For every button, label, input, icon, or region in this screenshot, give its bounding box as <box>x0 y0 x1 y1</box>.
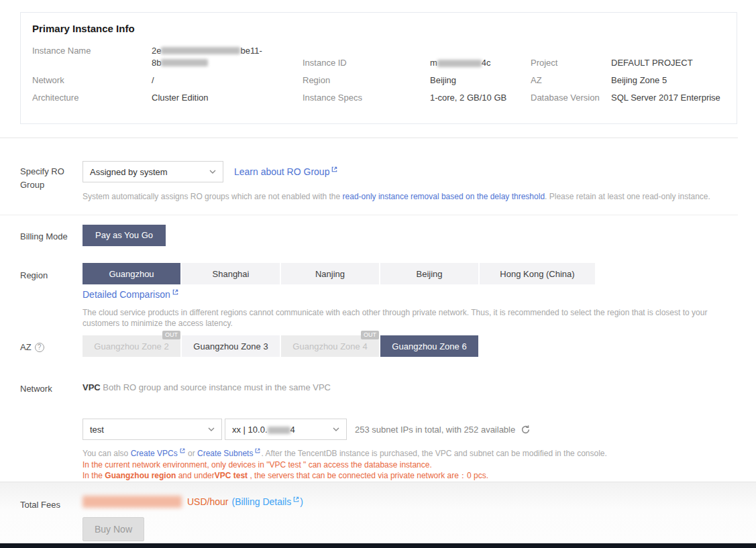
region-label: Region <box>303 72 430 89</box>
az-label: AZ <box>531 72 611 89</box>
ro-instance-purchase-page: Primary Instance Info Instance Name 2ebe… <box>0 0 756 548</box>
redacted-text <box>268 427 290 434</box>
create-vpcs-link[interactable]: Create VPCs <box>131 449 186 458</box>
region-value: Beijing <box>430 72 531 89</box>
refresh-icon[interactable] <box>521 425 531 435</box>
region-tab-hongkong[interactable]: Hong Kong (China) <box>480 263 595 284</box>
az-tab-zone4: Guangzhou Zone 4 OUT <box>281 335 379 357</box>
ro-group-help-text: System automatically assigns RO groups w… <box>83 191 750 202</box>
pay-as-you-go-button[interactable]: Pay as You Go <box>83 225 166 246</box>
instance-id-value: m4c <box>430 54 531 72</box>
vpc-hint: VPC Both RO group and source instance mu… <box>83 382 331 392</box>
billing-mode-label: Billing Mode <box>20 230 68 243</box>
redacted-text <box>161 47 240 54</box>
az-tabs: Guangzhou Zone 2 OUT Guangzhou Zone 3 Gu… <box>83 335 480 357</box>
external-link-icon <box>179 447 186 454</box>
database-version-value: SQL Server 2017 Enterprise <box>611 89 737 107</box>
network-warning-1: In the current network environment, only… <box>83 459 432 470</box>
network-value: / <box>152 72 303 89</box>
region-tab-shanghai[interactable]: Shanghai <box>182 263 280 284</box>
create-subnets-link[interactable]: Create Subnets <box>197 449 261 458</box>
instance-name-value: 2ebe11- 8b <box>152 42 303 72</box>
az-value: Beijing Zone 5 <box>611 72 737 89</box>
chevron-down-icon <box>209 170 216 174</box>
instance-info-grid: Instance Name 2ebe11- 8b Instance ID m4c… <box>32 42 737 107</box>
external-link-icon <box>292 496 300 503</box>
help-question-icon[interactable]: ? <box>35 343 44 352</box>
instance-specs-value: 1-core, 2 GB/10 GB <box>430 89 531 107</box>
section-divider <box>0 138 738 138</box>
primary-instance-info-panel: Primary Instance Info Instance Name 2ebe… <box>20 12 737 124</box>
az-tab-zone6[interactable]: Guangzhou Zone 6 <box>380 335 478 357</box>
learn-about-ro-group-link[interactable]: Learn about RO Group <box>234 166 338 177</box>
region-tab-nanjing[interactable]: Nanjing <box>281 263 379 284</box>
region-tabs: Guangzhou Shanghai Nanjing Beijing Hong … <box>83 263 596 284</box>
database-version-label: Database Version <box>531 89 611 107</box>
network-warning-2: In the Guangzhou region and underVPC tes… <box>83 470 488 481</box>
network-select-row: test xx | 10.0.4 253 subnet IPs in total… <box>83 419 531 440</box>
region-tab-guangzhou[interactable]: Guangzhou <box>83 263 180 284</box>
project-label: Project <box>531 54 611 72</box>
network-section-label: Network <box>20 382 52 396</box>
redacted-text <box>161 59 208 66</box>
redacted-text <box>437 60 482 67</box>
redacted-price <box>83 496 182 508</box>
specify-ro-group-label: Specify RO Group <box>20 165 82 192</box>
billing-details-wrap: (Billing Details) <box>231 496 303 507</box>
az-tab-zone2: Guangzhou Zone 2 OUT <box>83 335 180 357</box>
external-link-icon <box>172 288 179 296</box>
architecture-value: Cluster Edition <box>152 89 303 107</box>
network-note: You can also Create VPCs or Create Subne… <box>83 448 607 459</box>
buy-now-button[interactable]: Buy Now <box>83 517 144 541</box>
region-description: The cloud service products in different … <box>83 307 747 329</box>
out-of-stock-badge: OUT <box>361 331 379 339</box>
detailed-comparison-link[interactable]: Detailed Comparison <box>83 289 179 300</box>
purchase-footer: Total Fees USD/hour (Billing Details) Bu… <box>0 482 756 543</box>
vpc-select[interactable]: test <box>83 419 222 440</box>
ro-group-select[interactable]: Assigned by system <box>83 161 223 182</box>
billing-details-link[interactable]: Billing Details <box>235 496 300 507</box>
instance-id-label: Instance ID <box>303 54 430 72</box>
section-divider <box>0 215 738 215</box>
out-of-stock-badge: OUT <box>162 331 180 339</box>
region-section-label: Region <box>20 269 48 282</box>
az-tab-zone3[interactable]: Guangzhou Zone 3 <box>182 335 280 357</box>
external-link-icon <box>331 166 338 173</box>
total-fees-label: Total Fees <box>20 500 60 510</box>
external-link-icon <box>254 447 261 454</box>
project-value: DEFAULT PROJECT <box>611 54 737 72</box>
bottom-window-edge <box>0 543 756 548</box>
panel-title: Primary Instance Info <box>21 13 737 34</box>
network-label: Network <box>32 72 152 89</box>
subnet-availability-text: 253 subnet IPs in total, with 252 availa… <box>355 425 531 435</box>
instance-specs-label: Instance Specs <box>303 89 430 107</box>
region-tab-beijing[interactable]: Beijing <box>380 263 478 284</box>
architecture-label: Architecture <box>32 89 152 107</box>
subnet-select[interactable]: xx | 10.0.4 <box>225 419 347 440</box>
az-section-label: AZ ? <box>20 341 44 354</box>
chevron-down-icon <box>208 427 215 431</box>
ro-group-row: Assigned by system Learn about RO Group <box>83 161 338 182</box>
delay-threshold-link[interactable]: read-only instance removal based on the … <box>343 192 545 201</box>
total-fees-line: USD/hour (Billing Details) <box>83 496 303 508</box>
instance-name-label: Instance Name <box>32 42 152 72</box>
chevron-down-icon <box>333 427 339 431</box>
fee-unit: USD/hour <box>187 496 228 507</box>
